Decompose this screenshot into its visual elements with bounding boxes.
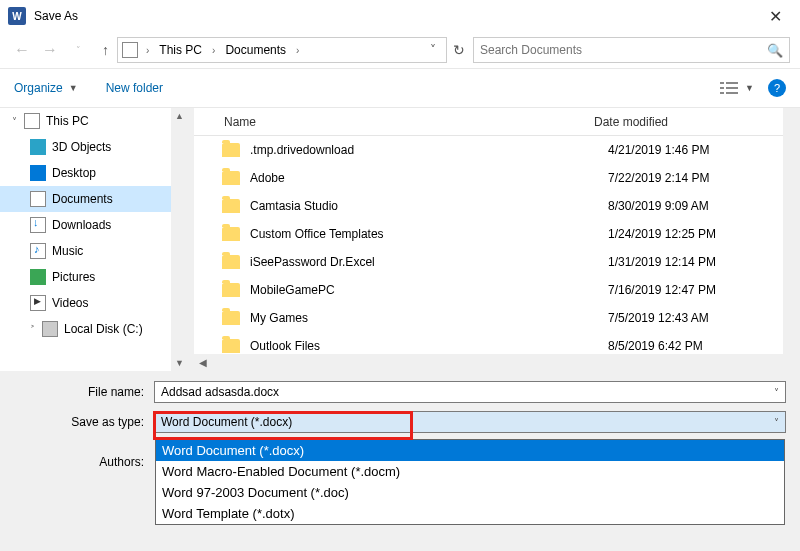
view-options-button[interactable] [719,79,741,97]
collapse-icon[interactable]: ˅ [12,116,24,127]
tree-item-videos[interactable]: Videos [0,290,188,316]
file-row[interactable]: .tmp.drivedownload4/21/2019 1:46 PM [208,136,800,164]
tree-item-label: Documents [52,192,113,206]
back-button[interactable]: ← [10,38,34,62]
pc-icon [24,113,40,129]
up-button[interactable]: ↑ [102,42,109,58]
tree-item-downloads[interactable]: Downloads [0,212,188,238]
tree-item-music[interactable]: Music [0,238,188,264]
obj3d-icon [30,139,46,155]
organize-dropdown-icon[interactable]: ▼ [69,83,78,93]
filename-input[interactable]: Addsad adsasda.docx ˅ [154,381,786,403]
close-button[interactable]: ✕ [759,3,792,30]
folder-icon [222,199,240,213]
tree-item-label: Music [52,244,83,258]
file-row[interactable]: MobileGamePC7/16/2019 12:47 PM [208,276,800,304]
tree-item-label: This PC [46,114,89,128]
location-icon [122,42,138,58]
view-dropdown-icon[interactable]: ▼ [745,83,754,93]
word-app-icon: W [8,7,26,25]
tree-item-3d-objects[interactable]: 3D Objects [0,134,188,160]
filename-label: File name: [14,385,154,399]
scroll-down-icon[interactable]: ▼ [171,355,188,371]
tree-item-label: Pictures [52,270,95,284]
file-row[interactable]: Outlook Files8/5/2019 6:42 PM [208,332,800,354]
pics-icon [30,269,46,285]
filename-dropdown-icon[interactable]: ˅ [774,387,779,398]
file-date: 1/24/2019 12:25 PM [608,227,716,241]
scroll-left-icon[interactable]: ◀ [194,354,211,371]
file-date: 1/31/2019 12:14 PM [608,255,716,269]
save-type-dropdown[interactable]: Word Document (*.docx)Word Macro-Enabled… [155,439,785,525]
file-name: .tmp.drivedownload [250,143,608,157]
folder-tree: ˅This PC3D ObjectsDesktopDocumentsDownlo… [0,108,188,371]
file-row[interactable]: My Games7/5/2019 12:43 AM [208,304,800,332]
file-row[interactable]: Adobe7/22/2019 2:14 PM [208,164,800,192]
file-row[interactable]: Camtasia Studio8/30/2019 9:09 AM [208,192,800,220]
music-icon [30,243,46,259]
toolbar: Organize ▼ New folder ▼ ? [0,68,800,108]
scroll-up-icon[interactable]: ▲ [171,108,188,124]
folder-icon [222,339,240,353]
breadcrumb-folder[interactable]: Documents [221,41,290,59]
svg-rect-1 [726,82,738,84]
svg-rect-3 [726,87,738,89]
chevron-right-icon[interactable]: › [206,45,221,56]
folder-icon [222,171,240,185]
forward-button[interactable]: → [38,38,62,62]
horizontal-scrollbar[interactable]: ◀ ▶ [194,354,800,371]
file-date: 7/5/2019 12:43 AM [608,311,709,325]
organize-button[interactable]: Organize [14,81,63,95]
file-row[interactable]: Custom Office Templates1/24/2019 12:25 P… [208,220,800,248]
save-form: File name: Addsad adsasda.docx ˅ Save as… [0,371,800,551]
save-type-combo[interactable]: Word Document (*.docx) ˅ [154,411,786,433]
dl-icon [30,217,46,233]
desktop-icon [30,165,46,181]
file-name: Custom Office Templates [250,227,608,241]
tree-item-desktop[interactable]: Desktop [0,160,188,186]
type-option[interactable]: Word Macro-Enabled Document (*.docm) [156,461,784,482]
expand-icon[interactable]: ˃ [30,324,42,335]
save-type-value: Word Document (*.docx) [161,415,774,429]
svg-rect-2 [720,87,724,89]
chevron-right-icon[interactable]: › [290,45,305,56]
file-name: MobileGamePC [250,283,608,297]
svg-rect-4 [720,92,724,94]
search-input[interactable] [480,43,767,57]
file-name: iSeePassword Dr.Excel [250,255,608,269]
breadcrumb[interactable]: › This PC › Documents › ˅ [117,37,447,63]
window-title: Save As [34,9,78,23]
refresh-button[interactable]: ↻ [453,42,465,58]
tree-item-this-pc[interactable]: ˅This PC [0,108,188,134]
new-folder-button[interactable]: New folder [106,81,163,95]
help-button[interactable]: ? [768,79,786,97]
file-name: Adobe [250,171,608,185]
search-icon[interactable]: 🔍 [767,43,783,58]
tree-item-local-disk-c-[interactable]: ˃Local Disk (C:) [0,316,188,342]
folder-icon [222,311,240,325]
nav-bar: ← → ˅ ↑ › This PC › Documents › ˅ ↻ 🔍 [0,32,800,68]
tree-item-label: Videos [52,296,88,310]
column-date-header[interactable]: Date modified [594,115,800,129]
folder-icon [222,227,240,241]
type-option[interactable]: Word Document (*.docx) [156,440,784,461]
type-dropdown-icon[interactable]: ˅ [774,417,779,428]
breadcrumb-root[interactable]: This PC [155,41,206,59]
column-name-header[interactable]: Name [224,115,594,129]
tree-item-pictures[interactable]: Pictures [0,264,188,290]
tree-scrollbar[interactable]: ▲ ▼ [171,108,188,371]
breadcrumb-dropdown[interactable]: ˅ [424,43,442,57]
chevron-right-icon[interactable]: › [140,45,155,56]
search-box[interactable]: 🔍 [473,37,790,63]
file-name: Outlook Files [250,339,608,353]
tree-item-documents[interactable]: Documents [0,186,188,212]
type-option[interactable]: Word Template (*.dotx) [156,503,784,524]
tree-item-label: Desktop [52,166,96,180]
recent-dropdown[interactable]: ˅ [66,38,90,62]
type-option[interactable]: Word 97-2003 Document (*.doc) [156,482,784,503]
folder-icon [222,255,240,269]
file-row[interactable]: iSeePassword Dr.Excel1/31/2019 12:14 PM [208,248,800,276]
column-headers: Name Date modified [194,108,800,136]
file-date: 8/5/2019 6:42 PM [608,339,703,353]
vertical-scrollbar[interactable] [783,108,800,371]
